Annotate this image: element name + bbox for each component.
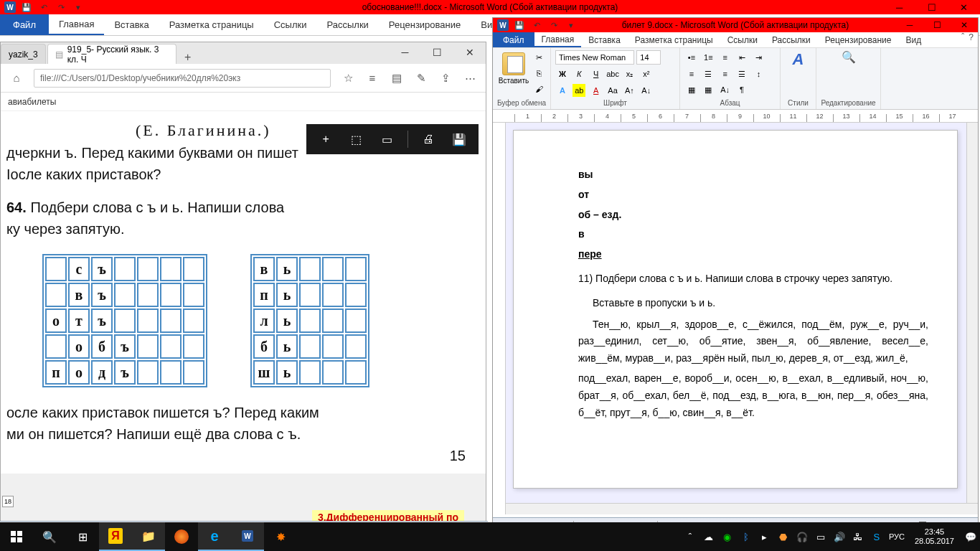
bluetooth-icon[interactable]: ᛒ [740,530,753,543]
help-icon[interactable]: ? [969,32,974,42]
align-left-button[interactable]: ≡ [685,67,698,80]
tab-insert[interactable]: Вставка [104,14,159,35]
word2-tab-insert[interactable]: Вставка [581,32,628,47]
tray-chevron-icon[interactable]: ˆ [684,530,697,543]
zoom-in-icon[interactable]: + [316,129,336,149]
word2-tab-home[interactable]: Главная [534,32,582,47]
numbering-button[interactable]: 1≡ [702,51,715,64]
tab-review[interactable]: Рецензирование [379,14,471,35]
line-spacing-button[interactable]: ↕ [752,67,765,80]
input-lang[interactable]: РУС [889,532,905,541]
multilevel-button[interactable]: ≡ [719,51,732,64]
sort-button[interactable]: A↓ [719,83,732,96]
highlight-button[interactable]: ab [573,84,585,97]
app-taskbar-icon[interactable]: ✸ [264,522,297,551]
onedrive-icon[interactable]: ☁ [702,530,715,543]
horizontal-scrollbar[interactable] [506,503,978,514]
word2-page[interactable]: вы от об – езд. в пере 11) Подбери слова… [513,130,958,489]
horizontal-ruler[interactable]: 1234567891011121314151617 [493,110,978,123]
tray-shield-icon[interactable]: ⬣ [777,530,790,543]
word-taskbar-icon[interactable]: W [231,522,264,551]
word2-close-button[interactable]: ✕ [951,18,978,32]
word2-tab-ref[interactable]: Ссылки [720,32,765,47]
tray-app-icon[interactable]: ◉ [721,530,734,543]
file-tab[interactable]: Файл [0,14,49,35]
notifications-icon[interactable]: 💬 [964,530,977,543]
volume-icon[interactable]: 🔊 [833,530,846,543]
bold-button[interactable]: Ж [556,67,569,80]
firefox-taskbar-icon[interactable] [165,522,198,551]
favorite-icon[interactable]: ☆ [341,71,355,85]
touchpad-icon[interactable]: ▭ [814,530,827,543]
start-button[interactable] [0,522,33,551]
tab-mailings[interactable]: Рассылки [317,14,379,35]
redo-icon[interactable]: ↷ [55,1,67,13]
word2-tab-view[interactable]: Вид [898,32,928,47]
qat-dropdown-icon[interactable]: ▾ [72,1,85,13]
word2-redo-icon[interactable]: ↷ [547,19,560,31]
word2-minimize-button[interactable]: ─ [896,18,923,32]
word2-tab-mail[interactable]: Рассылки [765,32,818,47]
bullets-button[interactable]: •≡ [685,51,698,64]
browser-tab-1[interactable]: yazik_3 [1,44,46,64]
copy-icon[interactable]: ⎘ [532,67,545,80]
browser-tab-2[interactable]: ▤ 919_5- Русский язык. 3 кл. Ч [47,44,176,64]
change-case-button[interactable]: Aa [606,84,619,97]
align-right-button[interactable]: ≡ [719,67,732,80]
grow-font-button[interactable]: A↑ [623,84,636,97]
word2-maximize-button[interactable]: ☐ [923,18,951,32]
tab-layout[interactable]: Разметка страницы [159,14,264,35]
browser-minimize-button[interactable]: ─ [389,42,421,62]
paste-button[interactable]: Вставить [497,50,530,86]
word2-qat-dropdown-icon[interactable]: ▾ [565,19,578,31]
format-painter-icon[interactable]: 🖌 [532,83,545,95]
task-view-button[interactable]: ⊞ [66,522,99,551]
undo-icon[interactable]: ↶ [37,1,50,13]
cut-icon[interactable]: ✂ [532,51,545,64]
address-bar[interactable]: file:///C:/Users/01/Desktop/учебники%20д… [34,69,331,88]
headphone-icon[interactable]: 🎧 [796,530,809,543]
note-icon[interactable]: ✎ [414,71,428,85]
network-icon[interactable]: 🖧 [852,530,864,543]
more-icon[interactable]: ⋯ [463,71,477,85]
show-marks-button[interactable]: ¶ [735,83,748,96]
italic-button[interactable]: К [573,67,585,80]
edge-taskbar-icon[interactable]: e [198,522,231,551]
font-size-select[interactable]: 14 [636,50,661,65]
search-button[interactable]: 🔍 [33,522,66,551]
save-icon[interactable]: 💾 [20,1,33,13]
shrink-font-button[interactable]: A↓ [640,84,653,97]
skype-icon[interactable]: S [870,530,883,543]
tray-misc-icon[interactable]: ▸ [758,530,771,543]
close-button[interactable]: ✕ [948,0,980,14]
explorer-taskbar-icon[interactable]: 📁 [132,522,165,551]
yandex-taskbar-icon[interactable]: Я [99,522,132,551]
tray-clock[interactable]: 23:45 28.05.2017 [910,527,958,546]
find-icon[interactable]: 🔍 [842,50,856,64]
borders-button[interactable]: ▦ [702,84,715,97]
align-center-button[interactable]: ☰ [702,67,715,80]
dec-indent-button[interactable]: ⇤ [735,52,748,65]
vertical-scrollbar[interactable] [966,123,978,503]
maximize-button[interactable]: ☐ [915,0,948,14]
bookmark-item[interactable]: авиабилеты [8,97,56,107]
vertical-ruler[interactable] [493,123,506,514]
fit-page-icon[interactable]: ⬚ [347,129,367,149]
new-tab-button[interactable]: + [178,51,198,64]
font-color-button[interactable]: A [590,84,603,97]
share-icon[interactable]: ⇪ [438,71,453,85]
underline-button[interactable]: Ч [590,67,603,80]
inc-indent-button[interactable]: ⇥ [752,52,765,65]
superscript-button[interactable]: x² [640,67,653,80]
word2-undo-icon[interactable]: ↶ [530,19,543,31]
strike-button[interactable]: abc [606,67,619,80]
justify-button[interactable]: ☰ [735,67,748,80]
home-icon[interactable]: ⌂ [9,71,24,85]
print-icon[interactable]: 🖨 [418,129,438,149]
tab-home[interactable]: Главная [49,14,104,35]
minimize-ribbon-icon[interactable]: ˆ [961,32,964,42]
subscript-button[interactable]: x₂ [623,67,636,80]
text-effect-button[interactable]: A [556,84,569,97]
styles-icon[interactable]: A [793,50,804,69]
minimize-button[interactable]: ─ [883,0,915,14]
